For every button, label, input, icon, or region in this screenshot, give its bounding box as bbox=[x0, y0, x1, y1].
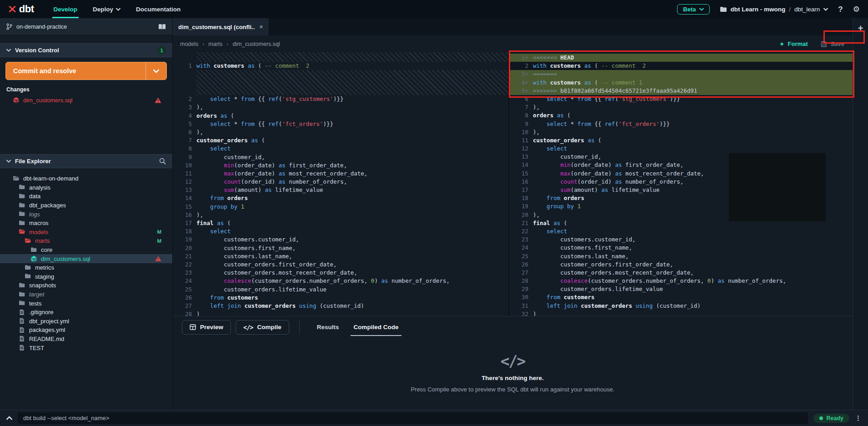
tree-item-packages-yml[interactable]: packages.yml bbox=[0, 326, 172, 335]
line-number: 6 bbox=[509, 95, 528, 103]
line-number: 9 bbox=[173, 153, 192, 161]
tree-item-label: metrics bbox=[35, 264, 161, 271]
commit-options-caret[interactable] bbox=[146, 62, 166, 80]
version-control-header[interactable]: Version Control 1 bbox=[0, 43, 172, 57]
folder-icon bbox=[19, 193, 25, 200]
code-line: 1with customers as ( -- comment 2 bbox=[173, 62, 508, 70]
code-text: coalesce(customer_orders.number_of_order… bbox=[192, 277, 450, 285]
line-number: 21 bbox=[509, 219, 528, 227]
commit-and-resolve-button[interactable]: Commit and resolve bbox=[5, 62, 167, 80]
tree-item-core[interactable]: core bbox=[0, 246, 172, 255]
tree-item-logs[interactable]: logs bbox=[0, 210, 172, 219]
format-button[interactable]: ✦ Format bbox=[779, 40, 808, 48]
new-tab-plus-icon[interactable]: + bbox=[858, 24, 863, 33]
breadcrumb-item[interactable]: dim_customers.sql bbox=[233, 41, 280, 47]
preview-button[interactable]: Preview bbox=[182, 320, 231, 335]
file-explorer-header[interactable]: File Explorer bbox=[0, 154, 172, 168]
branch-name: on-demand-practice bbox=[16, 24, 154, 30]
line-number: 19 bbox=[509, 202, 528, 210]
close-icon[interactable]: ✕ bbox=[259, 24, 263, 30]
code-line: 15 group by 1 bbox=[173, 203, 508, 211]
code-line: 22 customer_orders.first_order_date, bbox=[173, 261, 508, 269]
line-number: 11 bbox=[173, 170, 192, 178]
tree-item-label: tests bbox=[29, 300, 161, 307]
status-badge[interactable]: Ready bbox=[813, 414, 849, 423]
help-icon[interactable]: ? bbox=[838, 5, 843, 13]
code-line: 1+<<<<<<< HEAD bbox=[509, 54, 853, 62]
code-text: customers.last_name, bbox=[528, 252, 629, 261]
code-line: 14 from orders bbox=[173, 194, 508, 202]
code-line: 4+with customers as ( -- comment 1 bbox=[509, 79, 853, 87]
tab-dim-customers[interactable]: dim_customers.sql (confli... ✕ bbox=[173, 18, 269, 35]
tree-item-metrics[interactable]: metrics bbox=[0, 263, 172, 272]
expand-panel-chevron-icon[interactable] bbox=[6, 416, 12, 420]
tree-item-snapshots[interactable]: snapshots bbox=[0, 281, 172, 290]
tree-item-analysis[interactable]: analysis bbox=[0, 183, 172, 192]
changed-file-item[interactable]: dim_customers.sql bbox=[0, 95, 172, 105]
diff-pane-incoming[interactable]: 1+<<<<<<< HEAD2with customers as ( -- co… bbox=[509, 52, 853, 316]
nav-deploy[interactable]: Deploy bbox=[85, 0, 128, 18]
project-switcher[interactable]: dbt Learn - mwong / dbt_learn bbox=[720, 6, 828, 13]
tree-item-dim-customers-sql[interactable]: dim_customers.sql bbox=[0, 254, 172, 263]
tree-item-readme-md[interactable]: README.md bbox=[0, 335, 172, 344]
diff-pane-current[interactable]: 1with customers as ( -- comment 22 selec… bbox=[173, 52, 509, 316]
tree-item-macros[interactable]: macros bbox=[0, 219, 172, 228]
folder-open-icon bbox=[25, 238, 31, 244]
tree-item-test[interactable]: TEST bbox=[0, 343, 172, 352]
compile-button[interactable]: </> Compile bbox=[236, 320, 289, 335]
tree-item-label: dim_customers.sql bbox=[41, 256, 151, 262]
dbt-logo[interactable]: ✕ dbt bbox=[0, 0, 46, 18]
tree-item--gitignore[interactable]: .gitignore bbox=[0, 308, 172, 317]
tree-item-marts[interactable]: martsM bbox=[0, 236, 172, 246]
code-text: select * from {{ ref('fct_orders')}} bbox=[528, 120, 670, 128]
tree-item-dbt-packages[interactable]: dbt_packages bbox=[0, 201, 172, 210]
tree-item-dbt-project-yml[interactable]: dbt_project.yml bbox=[0, 317, 172, 326]
code-text: count(order_id) as number_of_orders, bbox=[192, 178, 347, 186]
nav-documentation[interactable]: Documentation bbox=[128, 0, 188, 18]
tree-item-label: models bbox=[29, 229, 153, 236]
tab-compiled-code[interactable]: Compiled Code bbox=[346, 316, 406, 338]
tree-item-label: dbt_project.yml bbox=[29, 318, 161, 325]
gear-icon[interactable]: ⚙ bbox=[853, 5, 860, 13]
file-icon bbox=[19, 309, 25, 316]
code-text: with customers as ( -- comment 1 bbox=[528, 79, 642, 87]
top-nav: ✕ dbt Develop Deploy Documentation Beta … bbox=[0, 0, 868, 18]
tree-item-tests[interactable]: tests bbox=[0, 299, 172, 308]
git-branch-bar[interactable]: on-demand-practice bbox=[0, 18, 172, 35]
tree-item-target[interactable]: target bbox=[0, 290, 172, 299]
breadcrumb-item[interactable]: models bbox=[180, 41, 198, 47]
code-line: 15 max(order_date) as most_recent_order_… bbox=[509, 170, 853, 178]
command-input[interactable] bbox=[18, 412, 808, 424]
code-line: 3), bbox=[173, 103, 508, 111]
beta-dropdown[interactable]: Beta bbox=[677, 4, 709, 15]
results-panel: Preview </> Compile Results Compiled Cod… bbox=[173, 316, 853, 410]
tree-item-label: .gitignore bbox=[29, 309, 161, 316]
nav-develop[interactable]: Develop bbox=[46, 0, 85, 18]
tree-item-staging[interactable]: staging bbox=[0, 272, 172, 281]
tree-item-label: target bbox=[29, 291, 161, 298]
docs-book-icon[interactable] bbox=[158, 24, 166, 30]
search-icon[interactable] bbox=[159, 158, 166, 165]
tree-item-label: data bbox=[29, 193, 161, 200]
tree-item-label: logs bbox=[29, 211, 161, 218]
line-number: 20 bbox=[509, 211, 528, 219]
code-line: 12 count(order_id) as number_of_orders, bbox=[173, 178, 508, 186]
kebab-menu-icon[interactable]: ⋮ bbox=[855, 414, 862, 422]
code-text: ), bbox=[528, 211, 540, 219]
tree-item-dbt-learn-on-demand[interactable]: dbt-learn-on-demand bbox=[0, 174, 172, 183]
save-button[interactable]: Save bbox=[821, 40, 844, 47]
code-text: max(order_date) as most_recent_order_dat… bbox=[192, 170, 367, 178]
folder-icon bbox=[25, 273, 31, 280]
tree-item-data[interactable]: data bbox=[0, 192, 172, 201]
breadcrumb-item[interactable]: marts bbox=[208, 41, 222, 47]
model-icon bbox=[30, 256, 37, 262]
tree-item-models[interactable]: modelsM bbox=[0, 228, 172, 237]
line-number: 16 bbox=[173, 211, 192, 219]
folder-icon bbox=[19, 282, 25, 289]
line-number: 3 bbox=[173, 103, 192, 111]
code-line: 20 customers.first_name, bbox=[173, 244, 508, 252]
code-line: 28 coalesce(customer_orders.number_of_or… bbox=[509, 277, 853, 285]
tab-results[interactable]: Results bbox=[310, 316, 346, 338]
line-number: 7 bbox=[173, 136, 192, 145]
line-number: 28 bbox=[509, 277, 528, 285]
